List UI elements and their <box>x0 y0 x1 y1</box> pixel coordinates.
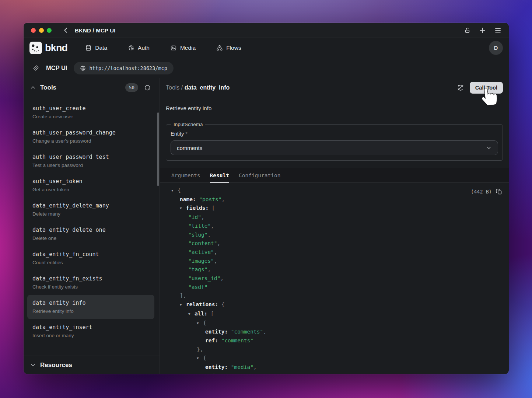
desktop-background: BKND / MCP UI <box>0 0 532 398</box>
copy-icon[interactable] <box>496 188 503 195</box>
minimize-button[interactable] <box>39 28 44 33</box>
nav-item-flows[interactable]: Flows <box>216 45 241 51</box>
tool-name: auth_user_password_test <box>32 153 149 161</box>
expand-triangle-icon[interactable]: ▼ <box>188 310 195 319</box>
tools-section-header[interactable]: Tools 50 <box>24 78 160 97</box>
json-line: "asdf" <box>171 283 503 292</box>
tool-detail-description: Retrieve entity info <box>160 97 509 112</box>
tool-list-item[interactable]: auth_user_password_change Change a user'… <box>27 125 154 149</box>
auto-refresh-off-icon[interactable] <box>457 84 464 91</box>
tool-description: Retrieve entity info <box>32 308 149 315</box>
json-line: ▼all: [ <box>171 310 503 319</box>
json-line: ▼{ <box>171 186 503 195</box>
input-schema-fieldset: InputSchema Entity* comments <box>166 122 503 161</box>
json-line: ref: "images" <box>171 372 503 374</box>
tools-sidebar: Tools 50 auth_user_create Create a new u… <box>24 78 160 374</box>
workflow-icon <box>216 45 223 51</box>
tool-list-item[interactable]: data_entity_delete_one Delete one <box>27 222 154 246</box>
server-url: http://localhost:28623/mcp <box>89 65 167 71</box>
tool-list-item[interactable]: auth_user_token Get a user token <box>27 173 154 198</box>
json-lines: ▼{name: "posts",▼fields: ["id","title","… <box>171 186 503 374</box>
tool-name: auth_user_token <box>32 177 149 185</box>
globe-icon <box>80 65 86 71</box>
required-mark: * <box>185 131 188 137</box>
tool-list-item[interactable]: auth_user_create Create a new user <box>27 100 154 125</box>
json-line: ▼relations: { <box>171 300 503 310</box>
database-icon <box>85 45 92 51</box>
tab-arguments[interactable]: Arguments <box>171 168 200 182</box>
json-line: entity: "media", <box>171 363 503 372</box>
tool-description: Delete one <box>32 235 149 242</box>
tab-result[interactable]: Result <box>210 168 229 182</box>
tab-configuration[interactable]: Configuration <box>239 168 281 182</box>
nav-items: Data Auth Media Flows <box>85 45 241 51</box>
breadcrumb-separator: / <box>179 84 184 91</box>
close-button[interactable] <box>31 28 36 33</box>
json-line: "content", <box>171 239 503 248</box>
sidebar-scrollbar[interactable] <box>157 112 159 186</box>
expand-triangle-icon[interactable]: ▼ <box>180 301 186 310</box>
resources-header-label: Resources <box>40 362 72 369</box>
tool-detail-content: Retrieve entity info InputSchema Entity*… <box>160 97 509 374</box>
mcp-icon <box>32 64 39 71</box>
tool-name: auth_user_create <box>32 104 149 112</box>
nav-item-auth[interactable]: Auth <box>128 45 150 51</box>
tool-name: data_entity_fn_exists <box>32 275 149 283</box>
menu-icon[interactable] <box>494 27 501 34</box>
window-title: BKND / MCP UI <box>75 27 116 34</box>
tool-list-item[interactable]: auth_user_password_test Test a user's pa… <box>27 149 154 173</box>
json-line: name: "posts", <box>171 195 503 204</box>
tool-description: Create a new user <box>32 113 149 121</box>
json-viewer: ▼{name: "posts",▼fields: ["id","title","… <box>160 183 509 374</box>
brand-name: bknd <box>45 42 67 54</box>
fingerprint-icon <box>128 45 134 51</box>
entity-select[interactable]: comments <box>171 140 498 155</box>
page-title: MCP UI <box>46 64 67 71</box>
resources-section-header[interactable]: Resources <box>24 356 160 374</box>
tool-list-item[interactable]: data_entity_delete_many Delete many <box>27 198 154 222</box>
user-avatar[interactable]: D <box>489 41 503 55</box>
json-line: ref: "comments" <box>171 336 503 345</box>
nav-item-data[interactable]: Data <box>85 45 107 51</box>
expand-triangle-icon[interactable]: ▼ <box>197 319 203 328</box>
new-tab-icon[interactable] <box>479 27 486 34</box>
json-line: "slug", <box>171 231 503 240</box>
tools-count-badge: 50 <box>125 83 138 92</box>
tool-description: Get a user token <box>32 186 149 193</box>
tool-description: Count entities <box>32 259 149 266</box>
breadcrumb: Tools / data_entity_info <box>166 84 230 91</box>
maximize-button[interactable] <box>47 28 52 33</box>
expand-triangle-icon[interactable]: ▼ <box>171 186 178 195</box>
tool-name: data_entity_fn_count <box>32 250 149 258</box>
breadcrumb-root[interactable]: Tools <box>166 84 179 91</box>
json-line: ▼fields: [ <box>171 204 503 213</box>
json-line: "tags", <box>171 265 503 274</box>
json-line: "users_id", <box>171 274 503 283</box>
json-line: "active", <box>171 248 503 257</box>
chevron-down-icon <box>30 362 36 368</box>
expand-triangle-icon[interactable]: ▼ <box>197 354 203 363</box>
tool-list-item[interactable]: data_entity_fn_count Count entities <box>27 246 154 270</box>
back-icon[interactable] <box>63 27 69 34</box>
call-tool-button[interactable]: Call Tool <box>470 82 503 94</box>
lock-open-icon[interactable] <box>464 27 470 34</box>
expand-triangle-icon[interactable]: ▼ <box>180 204 186 213</box>
json-line: entity: "comments", <box>171 328 503 336</box>
json-line: "title", <box>171 222 503 231</box>
tool-list-item[interactable]: data_entity_fn_exists Check if entity ex… <box>27 270 154 295</box>
tool-name: data_entity_info <box>32 299 149 307</box>
tool-list-item[interactable]: data_entity_insert Insert one or many <box>27 319 154 343</box>
nav-item-media[interactable]: Media <box>170 45 196 51</box>
server-url-pill[interactable]: http://localhost:28623/mcp <box>74 62 173 74</box>
result-size-label: (442 B) <box>471 188 492 196</box>
breadcrumb-current: data_entity_info <box>185 84 230 91</box>
tool-description: Delete many <box>32 210 149 218</box>
json-line: ], <box>171 291 503 300</box>
refresh-icon[interactable] <box>144 84 151 91</box>
image-icon <box>170 45 177 51</box>
brand-logo[interactable]: bknd <box>29 42 67 54</box>
tools-header-label: Tools <box>40 84 56 91</box>
tool-list-item[interactable]: data_entity_info Retrieve entity info <box>27 295 154 319</box>
chevron-up-icon <box>30 85 36 90</box>
bknd-logo-icon <box>29 42 42 54</box>
